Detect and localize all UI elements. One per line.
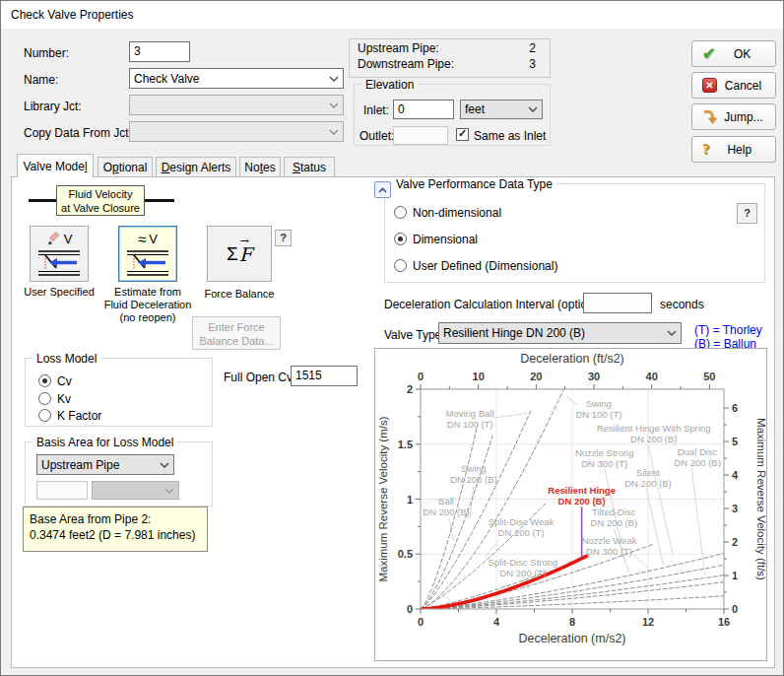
- svg-text:Resilient Hinge With SpringDN: Resilient Hinge With SpringDN 200 (B): [597, 423, 711, 444]
- valve-type-combo[interactable]: Resilient Hinge DN 200 (B): [438, 322, 682, 344]
- radio-cv[interactable]: Cv: [38, 373, 72, 388]
- question-mark-icon: ?: [702, 141, 710, 158]
- chevron-down-icon: [329, 76, 339, 82]
- jump-button[interactable]: Jump...: [691, 103, 776, 130]
- svg-text:SilentDN 200 (B): SilentDN 200 (B): [624, 467, 672, 489]
- full-open-cv-input[interactable]: 1515: [291, 366, 358, 386]
- sigma-f-icon: Σ: [227, 243, 238, 265]
- chevron-down-icon: [329, 102, 339, 108]
- svg-text:50: 50: [703, 371, 715, 382]
- tab-optional[interactable]: Optional: [98, 157, 153, 176]
- approx-icon: ≈: [138, 231, 146, 247]
- elevation-legend: Elevation: [361, 78, 418, 92]
- radio-dimensional[interactable]: Dimensional: [394, 232, 478, 246]
- fluid-velocity-tooltip: Fluid Velocity at Valve Closure: [56, 185, 145, 216]
- chevron-down-icon: [160, 462, 169, 468]
- svg-text:0: 0: [418, 616, 424, 628]
- help-button[interactable]: ? Help: [691, 136, 776, 163]
- chart-collapse-button[interactable]: [374, 181, 391, 198]
- svg-text:Nozzle StrongDN 300 (T): Nozzle StrongDN 300 (T): [575, 447, 634, 469]
- chevron-down-icon: [667, 330, 677, 336]
- copy-data-combo[interactable]: [129, 121, 344, 142]
- radio-k-factor[interactable]: K Factor: [38, 408, 101, 423]
- check-valve-properties-dialog: Check Valve Properties Number: 3 Name: C…: [0, 0, 784, 676]
- chevron-up-icon: [378, 187, 387, 193]
- jump-arrow-icon: [702, 109, 718, 124]
- svg-text:20: 20: [530, 371, 542, 382]
- svg-text:0: 0: [732, 603, 738, 615]
- svg-text:6: 6: [732, 402, 738, 414]
- force-balance-label: Force Balance: [200, 288, 279, 301]
- model-help-button[interactable]: ?: [275, 230, 292, 246]
- tab-status[interactable]: Status: [284, 157, 335, 176]
- inlet-label: Inlet:: [363, 103, 389, 117]
- user-specified-button[interactable]: V: [30, 226, 89, 282]
- outlet-elevation-input[interactable]: [393, 126, 448, 145]
- basis-area-value-input[interactable]: [36, 481, 88, 500]
- x-icon: ✕: [702, 78, 717, 93]
- svg-text:Maximum Reverse Velocity (m/s): Maximum Reverse Velocity (m/s): [377, 416, 389, 581]
- svg-text:30: 30: [588, 371, 600, 382]
- estimate-from-deceleration-button[interactable]: ≈V: [118, 226, 177, 282]
- valve-performance-chart-panel: Moving BallDN 100 (T)SwingDN 100 (T)Resi…: [374, 348, 767, 661]
- svg-text:3: 3: [732, 503, 738, 514]
- loss-model-legend: Loss Model: [33, 352, 100, 366]
- inlet-unit-combo[interactable]: feet: [460, 100, 543, 119]
- chevron-down-icon: [329, 129, 339, 135]
- interval-unit-label: seconds: [660, 298, 704, 311]
- svg-text:0: 0: [418, 371, 424, 382]
- check-icon: ✔: [702, 44, 715, 63]
- outlet-label: Outlet:: [359, 129, 394, 143]
- tab-notes[interactable]: Notes: [239, 157, 281, 176]
- svg-text:Moving BallDN 100 (T): Moving BallDN 100 (T): [445, 408, 493, 430]
- thorley-legend: (T) = Thorley: [694, 323, 762, 337]
- chevron-down-icon: [528, 106, 538, 112]
- cancel-button[interactable]: ✕ Cancel: [691, 72, 776, 99]
- radio-icon: [38, 392, 51, 405]
- svg-text:1: 1: [732, 570, 738, 581]
- radio-non-dimensional[interactable]: Non-dimensional: [394, 205, 501, 220]
- svg-text:8: 8: [569, 616, 575, 628]
- tab-design-alerts[interactable]: Design Alerts: [156, 157, 236, 176]
- svg-text:10: 10: [473, 371, 485, 382]
- svg-text:0: 0: [407, 603, 413, 615]
- upstream-pipe-value: 2: [529, 41, 536, 55]
- svg-text:SwingDN 200 (B): SwingDN 200 (B): [450, 463, 497, 485]
- upstream-pipe-label: Upstream Pipe:: [358, 41, 439, 55]
- radio-icon: [394, 233, 407, 245]
- interval-input[interactable]: [583, 293, 652, 313]
- performance-help-button[interactable]: ?: [737, 203, 757, 224]
- connected-pipes-box: Upstream Pipe: 2 Downstream Pipe: 3: [349, 38, 551, 78]
- chevron-down-icon: [164, 488, 174, 494]
- radio-kv[interactable]: Kv: [38, 391, 71, 406]
- library-jct-label: Library Jct:: [24, 100, 82, 113]
- same-as-inlet-checkbox[interactable]: [456, 128, 469, 141]
- basis-area-combo[interactable]: Upstream Pipe: [36, 454, 174, 475]
- ok-button[interactable]: ✔ OK: [691, 40, 776, 67]
- downstream-pipe-label: Downstream Pipe:: [358, 57, 454, 71]
- basis-area-unit-combo[interactable]: [92, 481, 179, 500]
- svg-text:Split-Disc WeakDN 200 (T): Split-Disc WeakDN 200 (T): [489, 516, 555, 538]
- interval-label: Deceleration Calculation Interval (optio…: [384, 298, 610, 311]
- force-balance-button[interactable]: ΣF: [207, 226, 272, 282]
- number-label: Number:: [24, 46, 69, 60]
- user-specified-label: User Specified: [12, 286, 106, 299]
- performance-legend: Valve Performance Data Type: [392, 177, 556, 191]
- full-open-cv-label: Full Open Cv:: [224, 371, 295, 384]
- same-as-inlet-label: Same as Inlet: [474, 129, 546, 143]
- pencil-icon: [46, 232, 61, 246]
- number-input[interactable]: 3: [129, 41, 190, 62]
- svg-text:4: 4: [493, 616, 500, 628]
- check-valve-pipe-icon: [126, 249, 169, 277]
- library-jct-combo[interactable]: [129, 95, 344, 115]
- radio-icon: [38, 409, 51, 422]
- name-combo[interactable]: Check Valve: [129, 68, 344, 89]
- tab-valve-model[interactable]: Valve Model: [17, 154, 94, 177]
- radio-user-defined[interactable]: User Defined (Dimensional): [394, 258, 557, 273]
- inlet-elevation-input[interactable]: 0: [393, 100, 454, 119]
- valve-type-label: Valve Type:: [384, 328, 445, 342]
- svg-text:12: 12: [642, 616, 654, 628]
- enter-force-balance-data-button[interactable]: Enter Force Balance Data...: [192, 316, 281, 350]
- svg-text:Tilted-DiscDN 200 (B): Tilted-DiscDN 200 (B): [591, 507, 638, 528]
- svg-text:4: 4: [732, 469, 739, 481]
